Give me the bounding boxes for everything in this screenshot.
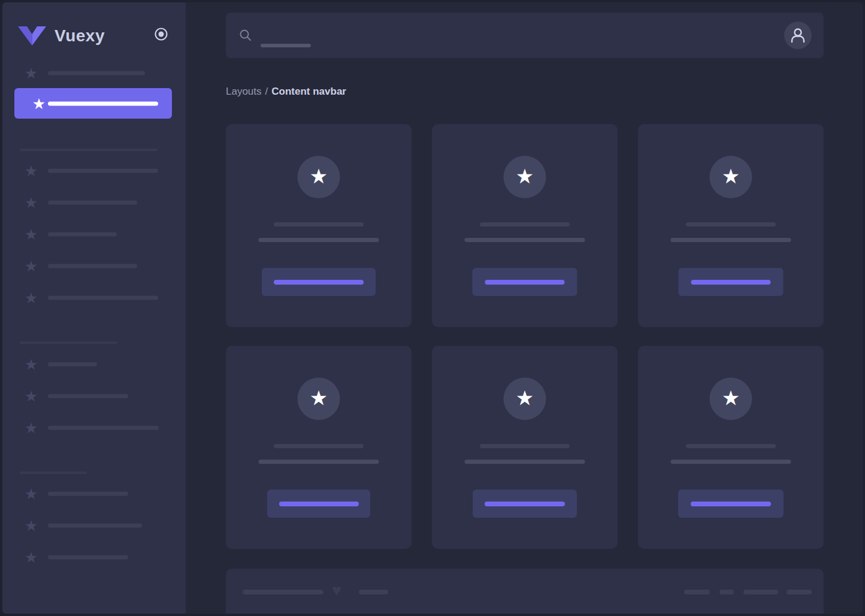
star-icon: ★ xyxy=(23,357,40,372)
footer-skeleton-bar xyxy=(719,590,734,594)
star-icon: ★ xyxy=(516,388,534,408)
heart-icon: ♥ xyxy=(332,582,341,599)
star-icon: ★ xyxy=(23,518,40,533)
sidebar-item-skeleton[interactable]: ★ xyxy=(2,542,186,573)
menu-label-skeleton xyxy=(48,232,117,237)
sidebar-item-skeleton[interactable]: ★ xyxy=(2,412,186,444)
card-subtitle-skeleton xyxy=(465,238,585,242)
button-label-skeleton xyxy=(691,502,771,506)
card-action-button[interactable] xyxy=(473,268,577,296)
star-icon: ★ xyxy=(516,166,534,186)
card-action-button[interactable] xyxy=(473,490,577,518)
menu-label-skeleton xyxy=(48,264,137,268)
sidebar-item-skeleton[interactable]: ★ xyxy=(2,219,186,250)
menu-label-skeleton xyxy=(48,555,128,560)
sidebar-collapse-toggle-icon[interactable] xyxy=(154,27,168,41)
star-icon: ★ xyxy=(23,66,40,81)
breadcrumb-section[interactable]: Layouts xyxy=(226,86,262,97)
vuexy-logo-icon xyxy=(18,26,46,46)
sidebar-item-skeleton[interactable]: ★ xyxy=(2,58,186,89)
star-icon: ★ xyxy=(23,389,40,404)
button-label-skeleton xyxy=(485,502,565,506)
star-icon: ★ xyxy=(23,550,40,565)
breadcrumb: Layouts/Content navbar xyxy=(226,86,346,98)
card-title-skeleton xyxy=(686,444,776,448)
breadcrumb-separator: / xyxy=(265,86,268,97)
star-icon: ★ xyxy=(23,164,40,179)
star-icon: ★ xyxy=(23,195,40,210)
footer-card: ♥ xyxy=(226,569,824,616)
menu-label-skeleton xyxy=(48,363,97,367)
card-avatar: ★ xyxy=(710,156,752,198)
feature-card: ★ xyxy=(638,124,824,327)
feature-card: ★ xyxy=(638,346,824,549)
star-icon: ★ xyxy=(23,487,40,502)
sidebar-item-skeleton[interactable]: ★ xyxy=(2,250,186,282)
sidebar-item-skeleton[interactable]: ★ xyxy=(2,282,186,314)
sidebar-item-skeleton[interactable]: ★ xyxy=(2,381,186,412)
feature-card: ★ xyxy=(226,124,412,327)
nav-section-divider xyxy=(20,342,117,344)
logo-row: Vuexy xyxy=(18,23,105,49)
footer-skeleton-bar xyxy=(684,590,710,594)
footer-skeleton-bar xyxy=(787,590,812,594)
star-icon: ★ xyxy=(722,388,740,408)
card-title-skeleton xyxy=(274,222,364,227)
card-avatar: ★ xyxy=(298,378,340,420)
card-subtitle-skeleton xyxy=(259,460,379,464)
nav-section-divider xyxy=(20,472,87,474)
card-subtitle-skeleton xyxy=(671,460,791,464)
card-avatar: ★ xyxy=(504,378,546,420)
footer-skeleton-bar xyxy=(243,590,323,594)
top-navbar xyxy=(226,13,824,58)
sidebar-item-skeleton[interactable]: ★ xyxy=(2,349,186,381)
menu-label-skeleton xyxy=(48,492,128,496)
sidebar-item-skeleton[interactable]: ★ xyxy=(2,187,186,219)
breadcrumb-current: Content navbar xyxy=(271,86,346,97)
sidebar-item-skeleton[interactable]: ★ xyxy=(2,478,186,510)
nav-section-divider xyxy=(20,149,158,151)
card-title-skeleton xyxy=(274,444,364,448)
user-avatar-button[interactable] xyxy=(784,22,812,49)
card-title-skeleton xyxy=(480,222,570,227)
menu-label-skeleton xyxy=(48,524,142,528)
search-input[interactable] xyxy=(226,13,561,58)
card-action-button[interactable] xyxy=(679,268,784,296)
card-title-skeleton xyxy=(686,222,776,227)
button-label-skeleton xyxy=(691,280,771,285)
card-action-button[interactable] xyxy=(267,490,370,518)
card-action-button[interactable] xyxy=(262,268,376,296)
menu-label-skeleton xyxy=(48,394,128,398)
card-avatar: ★ xyxy=(298,156,340,198)
button-label-skeleton xyxy=(485,280,565,285)
card-subtitle-skeleton xyxy=(259,238,379,242)
button-label-skeleton xyxy=(274,280,364,285)
button-label-skeleton xyxy=(279,502,359,506)
sidebar-item-active[interactable]: ★ xyxy=(14,88,172,119)
feature-card: ★ xyxy=(226,346,412,549)
star-icon: ★ xyxy=(310,388,328,408)
footer-skeleton-bar xyxy=(359,590,388,594)
card-title-skeleton xyxy=(480,444,570,448)
app-window: Vuexy ★★★★★★★★★★★★★ xyxy=(0,0,865,616)
card-action-button[interactable] xyxy=(678,490,784,518)
star-icon: ★ xyxy=(310,166,328,186)
cards-grid: ★★★★★★ xyxy=(226,124,824,549)
sidebar-item-skeleton[interactable]: ★ xyxy=(2,510,186,542)
menu-label-skeleton xyxy=(48,201,137,205)
star-icon: ★ xyxy=(31,96,47,111)
search-placeholder-skeleton xyxy=(261,44,311,47)
user-icon xyxy=(784,22,812,49)
card-subtitle-skeleton xyxy=(465,460,585,464)
feature-card: ★ xyxy=(432,346,618,549)
card-avatar: ★ xyxy=(504,156,546,198)
menu-label-skeleton xyxy=(48,101,158,105)
card-avatar: ★ xyxy=(710,378,752,420)
footer-skeleton-bar xyxy=(743,590,778,594)
sidebar: Vuexy ★★★★★★★★★★★★★ xyxy=(2,2,186,614)
menu-label-skeleton xyxy=(48,426,159,430)
menu-label-skeleton xyxy=(48,296,158,300)
star-icon: ★ xyxy=(23,421,40,436)
menu-label-skeleton xyxy=(48,169,158,173)
sidebar-item-skeleton[interactable]: ★ xyxy=(2,155,186,187)
